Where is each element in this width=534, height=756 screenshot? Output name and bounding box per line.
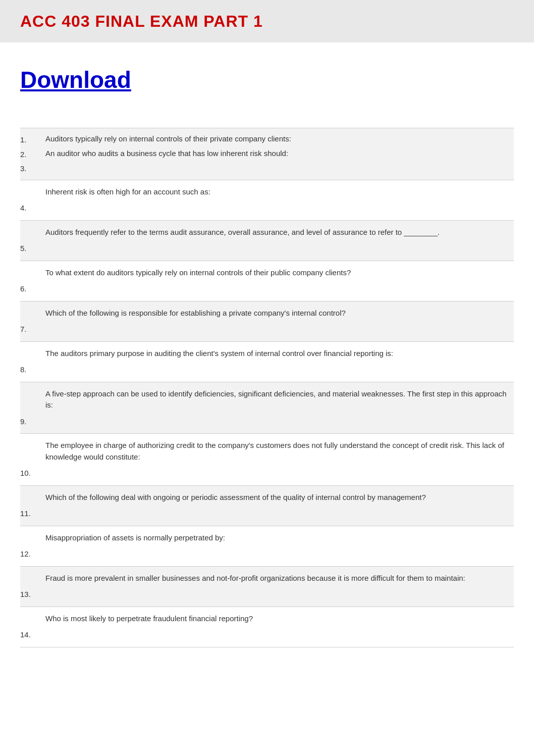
question-text-1: Auditors typically rely on internal cont…	[45, 133, 514, 146]
question-text-private-control: Which of the following is responsible fo…	[45, 308, 514, 319]
question-text-10	[45, 467, 514, 479]
question-text-fraud-smaller: Fraud is more prevalent in smaller busin…	[45, 573, 514, 584]
question-item-5-text: To what extent do auditors typically rel…	[20, 261, 514, 301]
question-text-7	[45, 323, 514, 335]
question-number-14: 14.	[20, 628, 45, 641]
question-item-10-text: Which of the following deal with ongoing…	[20, 485, 514, 526]
question-text-fraudulent-reporting: Who is most likely to perpetrate fraudul…	[45, 613, 514, 625]
question-number-4: 4.	[20, 201, 45, 214]
question-text-5	[45, 242, 514, 255]
question-text-4	[45, 201, 514, 214]
download-section: Download	[0, 58, 534, 128]
question-spacer-4	[20, 227, 45, 238]
question-item-13-text: Who is most likely to perpetrate fraudul…	[20, 607, 514, 647]
question-spacer-11	[20, 532, 45, 544]
page-title: ACC 403 FINAL EXAM PART 1	[20, 9, 514, 33]
question-text-13	[45, 588, 514, 600]
title-bar: ACC 403 FINAL EXAM PART 1	[0, 0, 534, 42]
question-item-6-text: Which of the following is responsible fo…	[20, 301, 514, 341]
question-spacer-6	[20, 308, 45, 319]
questions-section: 1. Auditors typically rely on internal c…	[0, 128, 534, 647]
question-text-five-step: A five-step approach can be used to iden…	[45, 388, 514, 411]
question-spacer-10	[20, 492, 45, 503]
question-item-3-text: Inherent risk is often high for an accou…	[20, 180, 514, 220]
question-spacer-13	[20, 613, 45, 625]
question-spacer-8	[20, 388, 45, 411]
question-text-12	[45, 547, 514, 560]
question-text-misappropriation: Misappropriation of assets is normally p…	[45, 532, 514, 544]
question-text-9	[45, 415, 514, 428]
question-text-public: To what extent do auditors typically rel…	[45, 267, 514, 279]
question-spacer-3	[20, 186, 45, 198]
download-link[interactable]: Download	[20, 63, 131, 97]
question-spacer-7	[20, 348, 45, 360]
question-number-8: 8.	[20, 363, 45, 376]
question-text-8	[45, 363, 514, 376]
question-item-8-text: A five-step approach can be used to iden…	[20, 382, 514, 434]
question-spacer-5	[20, 267, 45, 279]
page-container: ACC 403 FINAL EXAM PART 1 Download 1. Au…	[0, 0, 534, 647]
question-number-12: 12.	[20, 547, 45, 560]
question-text-2: An auditor who audits a business cycle t…	[45, 148, 514, 161]
question-number-13: 13.	[20, 588, 45, 600]
question-text-assurance: Auditors frequently refer to the terms a…	[45, 227, 514, 238]
question-text-6	[45, 282, 514, 295]
question-text-11	[45, 507, 514, 520]
question-group-1: 1. Auditors typically rely on internal c…	[20, 128, 514, 180]
question-item-7-text: The auditors primary purpose in auditing…	[20, 341, 514, 382]
question-text-primary-purpose: The auditors primary purpose in auditing…	[45, 348, 514, 360]
question-number-5: 5.	[20, 242, 45, 255]
question-text-credit-risk: The employee in charge of authorizing cr…	[45, 440, 514, 463]
question-item-12-text: Fraud is more prevalent in smaller busin…	[20, 566, 514, 607]
question-number-1: 1.	[20, 133, 45, 146]
question-number-3: 3.	[20, 162, 45, 175]
question-spacer-12	[20, 573, 45, 584]
question-number-11: 11.	[20, 507, 45, 520]
question-number-9: 9.	[20, 415, 45, 428]
question-number-10: 10.	[20, 467, 45, 479]
question-number-2: 2.	[20, 148, 45, 161]
question-item-4-text: Auditors frequently refer to the terms a…	[20, 220, 514, 261]
question-item-9-text: The employee in charge of authorizing cr…	[20, 433, 514, 485]
question-spacer-9	[20, 440, 45, 463]
question-text-ongoing: Which of the following deal with ongoing…	[45, 492, 514, 503]
question-text-14	[45, 628, 514, 641]
question-number-6: 6.	[20, 282, 45, 295]
question-item-11-text: Misappropriation of assets is normally p…	[20, 526, 514, 566]
question-text-3	[45, 162, 514, 175]
question-text-inherent: Inherent risk is often high for an accou…	[45, 186, 514, 198]
question-number-7: 7.	[20, 323, 45, 335]
